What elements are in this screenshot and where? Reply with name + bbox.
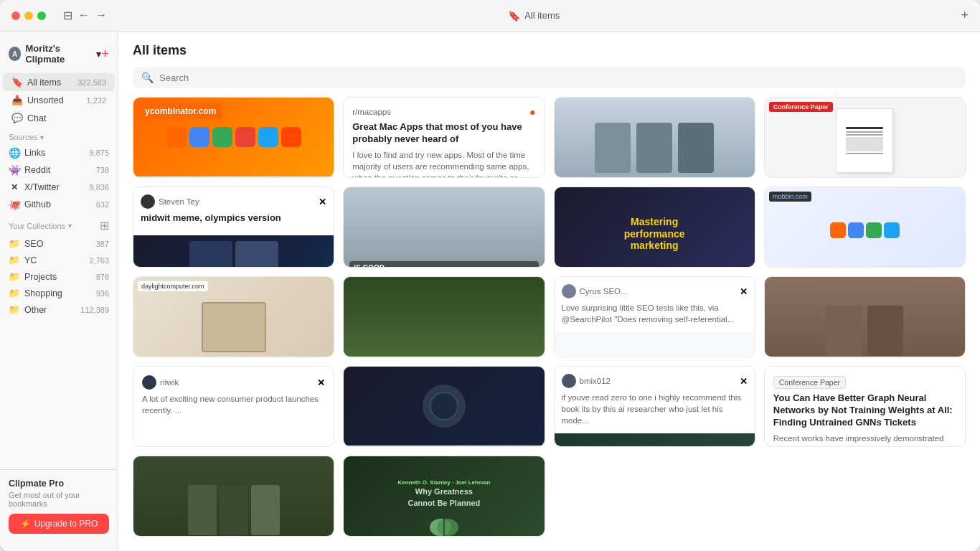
upgrade-button[interactable]: ⚡ Upgrade to PRO — [9, 514, 109, 534]
card-lenny[interactable]: Masteringperformancemarketing Lenny Rach… — [554, 187, 755, 268]
sidebar-item-unsorted[interactable]: 📥 Unsorted 1,232 — [3, 91, 115, 109]
sources-section-label: Sources ▾ — [0, 127, 118, 144]
photo-selfie — [826, 306, 903, 356]
sidebar-item-twitter[interactable]: ✕ X/Twitter 9,836 — [0, 179, 118, 196]
card-text: Recent works have impressively demonstra… — [773, 433, 956, 447]
card-cyrus[interactable]: Cyrus SEO... ✕ Love surprising little SE… — [554, 276, 755, 357]
sidebar-item-yc[interactable]: 📁 YC 2,763 — [0, 252, 118, 268]
author-avatar-small — [142, 375, 156, 390]
other-count: 112,389 — [80, 306, 109, 314]
card-image: daylightcomputer.com — [133, 277, 334, 357]
card-image — [344, 367, 544, 446]
unsorted-count: 1,232 — [86, 96, 106, 105]
workspace-selector[interactable]: A Moritz's Clipmate ▾ — [9, 43, 101, 65]
card-image — [344, 277, 544, 357]
card-body: Conference Paper You Can Have Better Gra… — [765, 367, 965, 447]
folder-icon: 📁 — [9, 255, 20, 265]
site-badge: daylightcomputer.com — [138, 281, 208, 291]
hn-badge: ycombinator.com — [139, 103, 222, 119]
card-body: Cyrus SEO... ✕ Love surprising little SE… — [555, 277, 755, 332]
twitter-count: 9,836 — [89, 183, 109, 192]
card-text: if youve read zero to one i highly recom… — [562, 392, 748, 426]
card-source: Steven Tey ✕ — [141, 194, 326, 209]
card-cozyplaces[interactable]: r/CozyPlaces... ● Coffee just tastes bet… — [343, 276, 545, 357]
projects-label: Projects — [24, 272, 57, 282]
card-daylight[interactable]: daylightcomputer.com daylightcomputer.co… — [133, 276, 334, 357]
github-label: Github — [24, 199, 51, 209]
lightning-icon: ⚡ — [20, 519, 31, 529]
titlebar-add-button[interactable]: + — [961, 8, 969, 23]
author-avatar-small — [562, 374, 576, 388]
politicians-images — [595, 123, 714, 173]
reddit-icon: 👾 — [9, 164, 20, 176]
conference-badge: Conference Paper — [773, 376, 846, 389]
card-levelsio[interactable]: @levelsio ✕ Finally met my hero @patrick… — [764, 276, 966, 357]
links-label: Links — [24, 148, 45, 158]
sidebar-item-chat[interactable]: 💬 Chat — [3, 109, 115, 127]
workspace-name: Moritz's Clipmate — [25, 43, 92, 65]
book-title-text: Kenneth O. Stanley · Joel LehmanWhy Grea… — [390, 479, 497, 509]
image-collage — [184, 235, 284, 268]
card-image: IS GOOD — [344, 187, 544, 268]
close-button[interactable] — [11, 11, 20, 20]
pro-title: Clipmate Pro — [9, 479, 109, 489]
bookmark-icon: 🔖 — [508, 10, 520, 22]
card-macapps[interactable]: r/macapps ● Great Mac Apps that most of … — [343, 97, 545, 178]
card-title: You Can Have Better Graph Neural Network… — [773, 392, 956, 429]
card-springer[interactable]: Kenneth O. Stanley · Joel LehmanWhy Grea… — [343, 456, 545, 537]
card-rowan[interactable]: IS GOOD Rowan Cheung ✕ Exclusive: Meta j… — [343, 187, 545, 268]
app-icons — [161, 121, 307, 153]
bookmark-nav-icon: 🔖 — [11, 77, 23, 88]
pro-description: Get most out of your bookmarks — [9, 491, 109, 508]
sidebar-item-github[interactable]: 🐙 Github 632 — [0, 196, 118, 213]
reddit-icon: ● — [529, 106, 535, 118]
search-input[interactable] — [159, 72, 957, 83]
maximize-button[interactable] — [37, 11, 46, 20]
chat-label: Chat — [27, 113, 46, 123]
avatar: A — [9, 47, 21, 61]
all-items-count: 322,583 — [77, 78, 106, 87]
unsorted-label: Unsorted — [27, 95, 64, 105]
sidebar-item-all-items[interactable]: 🔖 All items 322,583 — [3, 73, 115, 91]
source-name: Steven Tey — [159, 197, 199, 206]
github-icon: 🐙 — [9, 199, 20, 210]
tablet-preview — [202, 302, 266, 352]
back-icon[interactable]: ← — [78, 9, 90, 22]
card-text: Love surprising little SEO tests like th… — [562, 302, 748, 325]
traffic-lights — [11, 11, 46, 20]
folder-icon: 📁 — [9, 271, 20, 282]
collections-add-icon[interactable]: ⊞ — [100, 219, 109, 232]
nav-icons: ⊟ ← → — [63, 9, 107, 22]
sidebar-item-shopping[interactable]: 📁 Shopping 936 — [0, 285, 118, 301]
paper-preview — [836, 108, 893, 173]
sidebar-add-button[interactable]: + — [101, 47, 109, 62]
sidebar-item-seo[interactable]: 📁 SEO 387 — [0, 235, 118, 252]
card-text: I love to find and try new apps. Most of… — [352, 149, 535, 178]
card-ar-paper[interactable]: Conference Paper — [764, 97, 966, 178]
links-count: 9,875 — [89, 149, 109, 157]
card-mobbin[interactable]: mobbin.com mobbin.com Never run out of d — [764, 187, 966, 268]
sidebar-footer: Clipmate Pro Get most out of your bookma… — [0, 469, 118, 542]
sidebar-item-links[interactable]: 🌐 Links 9,875 — [0, 144, 118, 161]
seo-label: SEO — [24, 239, 43, 249]
card-olympics[interactable]: r/olympics ● U.S. Men's Gymnastics Team … — [343, 366, 545, 447]
forward-icon[interactable]: → — [95, 9, 107, 22]
card-image — [133, 235, 334, 268]
card-gnn[interactable]: Conference Paper You Can Have Better Gra… — [764, 366, 966, 447]
author-avatar-small — [562, 284, 576, 298]
card-image: Masteringperformancemarketing — [555, 187, 755, 268]
card-steven-tey[interactable]: Steven Tey ✕ midwit meme, olympics versi… — [133, 187, 334, 268]
card-ycombinator[interactable]: ycombinator.com ycombinator.com — [133, 97, 334, 178]
sidebar-item-projects[interactable]: 📁 Projects 878 — [0, 268, 118, 285]
minimize-button[interactable] — [24, 11, 33, 20]
source-name: bmix012 — [580, 377, 611, 385]
card-bmix[interactable]: bmix012 ✕ if youve read zero to one i hi… — [554, 366, 755, 447]
sidebar-toggle-icon[interactable]: ⊟ — [63, 9, 72, 22]
card-micah[interactable]: Micah Springut... ✕ Throwback to the Lin… — [133, 456, 334, 537]
shopping-label: Shopping — [24, 288, 62, 298]
sidebar-item-other[interactable]: 📁 Other 112,389 — [0, 301, 118, 318]
card-presidential[interactable]: r/interestingasfuck ● This is the first … — [554, 97, 755, 178]
card-ritwik[interactable]: ritwik ✕ A lot of exciting new consumer … — [133, 366, 334, 447]
sidebar-item-reddit[interactable]: 👾 Reddit 738 — [0, 161, 118, 179]
search-box[interactable]: 🔍 — [133, 67, 966, 88]
